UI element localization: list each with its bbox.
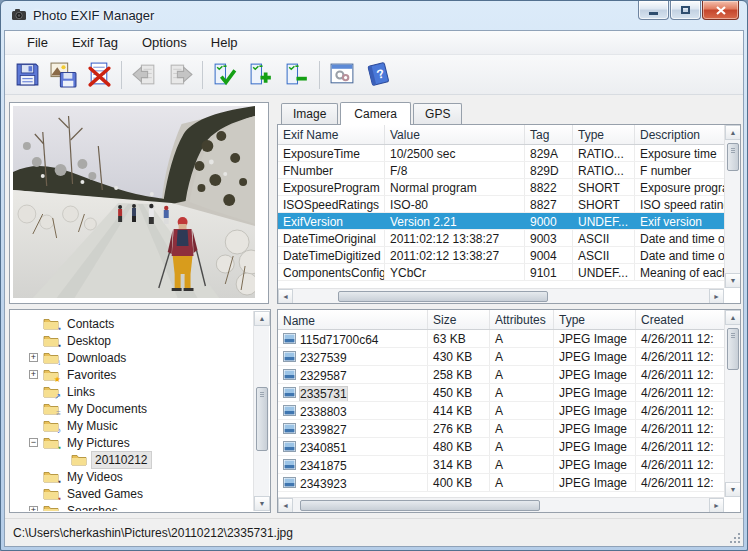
save-image-button[interactable] xyxy=(45,58,81,92)
expand-plus-icon[interactable]: + xyxy=(29,370,38,379)
menu-item-file[interactable]: File xyxy=(15,32,60,53)
files-column-header-attributes[interactable]: Attributes xyxy=(490,310,554,329)
help-button[interactable]: ? xyxy=(360,58,396,92)
resize-grip[interactable] xyxy=(728,531,741,544)
delete-exif-list-button[interactable] xyxy=(81,58,117,92)
exif-cell-tag: 8827 xyxy=(525,196,573,212)
file-row[interactable]: 2341875314 KBAJPEG Image4/26/2011 12: xyxy=(278,456,740,474)
scroll-right-button[interactable]: ► xyxy=(709,498,724,512)
remove-exif-tag-button[interactable] xyxy=(279,58,315,92)
file-row[interactable]: 2339827276 KBAJPEG Image4/26/2011 12: xyxy=(278,420,740,438)
exif-horizontal-scrollbar[interactable]: ◄ ► xyxy=(278,288,724,303)
exif-vertical-scrollbar[interactable]: ▲ ▼ xyxy=(724,125,740,288)
exif-row[interactable]: ExposureTime10/2500 sec829ARATIO...Expos… xyxy=(278,145,740,162)
files-horizontal-scrollbar[interactable]: ◄ ► xyxy=(278,497,724,512)
scroll-down-button[interactable]: ▼ xyxy=(254,496,270,511)
file-list-panel: NameSizeAttributesTypeCreated 115d71700c… xyxy=(277,309,741,513)
menu-bar: FileExif TagOptionsHelp xyxy=(5,31,743,55)
title-bar[interactable]: Photo EXIF Manager xyxy=(1,1,747,30)
scrollbar-thumb[interactable] xyxy=(727,328,739,370)
tree-item-desktop[interactable]: ▪Desktop xyxy=(11,332,269,349)
toolbar: ? xyxy=(5,55,743,95)
exif-column-header-type[interactable]: Type xyxy=(573,125,635,144)
photo-preview-panel xyxy=(9,102,269,304)
next-image-button[interactable] xyxy=(162,58,198,92)
expand-plus-icon[interactable]: + xyxy=(29,506,38,511)
client-area: ImageCameraGPS Exif NameValueTagTypeDesc… xyxy=(5,95,743,518)
scroll-left-button[interactable]: ◄ xyxy=(278,498,293,512)
files-column-header-name[interactable]: Name xyxy=(278,310,428,329)
collapse-minus-icon[interactable]: − xyxy=(29,438,38,447)
file-name-label: 2329587 xyxy=(300,369,347,383)
exif-row[interactable]: FNumberF/8829DRATIO...F number xyxy=(278,162,740,179)
previous-image-button[interactable] xyxy=(126,58,162,92)
verify-exif-list-button[interactable] xyxy=(207,58,243,92)
file-list-table: NameSizeAttributesTypeCreated 115d71700c… xyxy=(278,310,740,512)
scroll-down-button[interactable]: ▼ xyxy=(725,482,740,497)
exif-row[interactable]: DateTimeDigitized2011:02:12 13:38:279004… xyxy=(278,247,740,264)
exif-cell-type: RATIO... xyxy=(573,162,635,178)
files-column-header-type[interactable]: Type xyxy=(554,310,636,329)
file-cell-size: 400 KB xyxy=(428,474,490,491)
tree-item-searches[interactable]: +○Searches xyxy=(11,502,269,511)
file-row[interactable]: 2329587258 KBAJPEG Image4/26/2011 12: xyxy=(278,366,740,384)
close-button[interactable] xyxy=(702,1,739,20)
menu-item-options[interactable]: Options xyxy=(130,32,199,53)
tab-image[interactable]: Image xyxy=(281,103,338,124)
file-row[interactable]: 2338803414 KBAJPEG Image4/26/2011 12: xyxy=(278,402,740,420)
file-row[interactable]: 2340851480 KBAJPEG Image4/26/2011 12: xyxy=(278,438,740,456)
tree-item-label: My Pictures xyxy=(64,435,133,451)
files-column-header-size[interactable]: Size xyxy=(428,310,490,329)
menu-item-help[interactable]: Help xyxy=(199,32,250,53)
exif-column-header-value[interactable]: Value xyxy=(385,125,525,144)
files-vertical-scrollbar[interactable]: ▲ ▼ xyxy=(724,310,740,497)
tree-item-my-documents[interactable]: ≡My Documents xyxy=(11,400,269,417)
scroll-up-button[interactable]: ▲ xyxy=(725,310,740,325)
tree-vertical-scrollbar[interactable]: ▲ ▼ xyxy=(253,311,269,511)
scroll-down-button[interactable]: ▼ xyxy=(725,273,741,288)
tab-camera[interactable]: Camera xyxy=(340,102,411,125)
options-button[interactable] xyxy=(324,58,360,92)
scroll-up-button[interactable]: ▲ xyxy=(254,311,270,326)
scrollbar-thumb[interactable] xyxy=(338,291,548,302)
scroll-left-button[interactable]: ◄ xyxy=(278,289,293,304)
exif-cell-value: ISO-80 xyxy=(385,196,525,212)
tree-item-20110212[interactable]: 20110212 xyxy=(11,451,269,468)
menu-item-exif-tag[interactable]: Exif Tag xyxy=(60,32,130,53)
scrollbar-thumb[interactable] xyxy=(300,500,540,511)
file-cell-name: 2338803 xyxy=(278,402,428,419)
tree-item-downloads[interactable]: +↓Downloads xyxy=(11,349,269,366)
file-row[interactable]: 115d71700c6463 KBAJPEG Image4/26/2011 12… xyxy=(278,330,740,348)
tree-item-my-music[interactable]: ♪My Music xyxy=(11,417,269,434)
exif-cell-value: YCbCr xyxy=(385,264,525,280)
exif-row[interactable]: DateTimeOriginal2011:02:12 13:38:279003A… xyxy=(278,230,740,247)
tree-item-contacts[interactable]: ▪Contacts xyxy=(11,315,269,332)
expand-plus-icon[interactable]: + xyxy=(29,353,38,362)
scroll-up-button[interactable]: ▲ xyxy=(725,125,741,140)
scroll-right-button[interactable]: ► xyxy=(709,289,724,304)
add-exif-tag-button[interactable] xyxy=(243,58,279,92)
tree-item-my-videos[interactable]: ▪My Videos xyxy=(11,468,269,485)
save-exif-button[interactable] xyxy=(9,58,45,92)
file-row[interactable]: 2327539430 KBAJPEG Image4/26/2011 12: xyxy=(278,348,740,366)
tree-item-saved-games[interactable]: ▪Saved Games xyxy=(11,485,269,502)
exif-column-header-tag[interactable]: Tag xyxy=(525,125,573,144)
exif-cell-name: DateTimeDigitized xyxy=(278,247,385,263)
tab-gps[interactable]: GPS xyxy=(413,103,462,124)
file-row[interactable]: 2343923400 KBAJPEG Image4/26/2011 12: xyxy=(278,474,740,492)
tree-item-links[interactable]: ↗Links xyxy=(11,383,269,400)
tree-item-favorites[interactable]: +★Favorites xyxy=(11,366,269,383)
scrollbar-thumb[interactable] xyxy=(256,387,268,451)
exif-row[interactable]: ExposureProgramNormal program8822SHORTEx… xyxy=(278,179,740,196)
tree-item-my-pictures[interactable]: −▪My Pictures xyxy=(11,434,269,451)
exif-row[interactable]: ExifVersionVersion 2.219000UNDEF...Exif … xyxy=(278,213,740,230)
file-row[interactable]: 2335731450 KBAJPEG Image4/26/2011 12: xyxy=(278,384,740,402)
scrollbar-thumb[interactable] xyxy=(727,143,739,171)
exif-row[interactable]: ISOSpeedRatingsISO-808827SHORTISO speed … xyxy=(278,196,740,213)
exif-column-header-exif-name[interactable]: Exif Name xyxy=(278,125,385,144)
exif-cell-name: FNumber xyxy=(278,162,385,178)
minimize-button[interactable] xyxy=(638,1,669,20)
maximize-button[interactable] xyxy=(670,1,701,20)
file-cell-type: JPEG Image xyxy=(554,474,636,491)
exif-row[interactable]: ComponentsConfig...YCbCr9101UNDEF...Mean… xyxy=(278,264,740,281)
